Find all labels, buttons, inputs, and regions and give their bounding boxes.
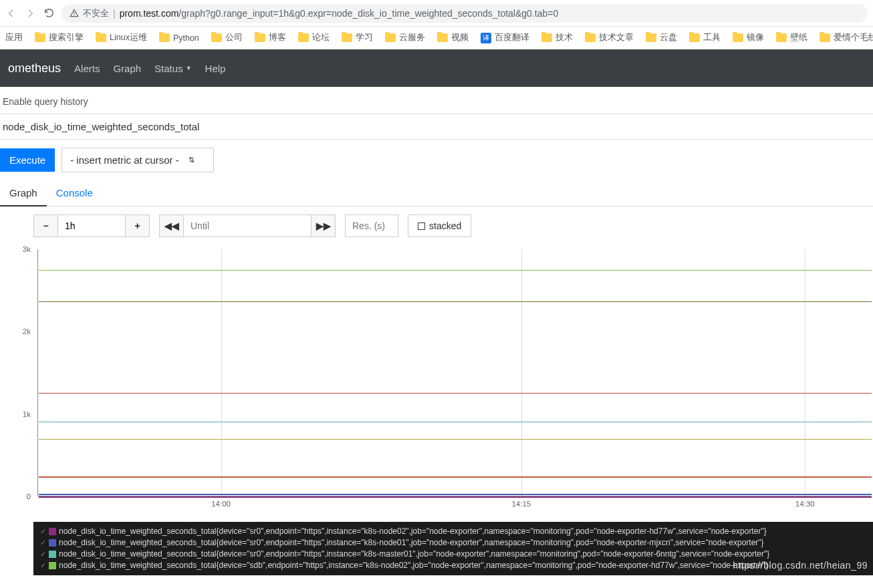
- y-tick-label: 3k: [23, 245, 31, 253]
- color-swatch: [49, 562, 56, 569]
- x-tick-label: 14:15: [511, 500, 531, 508]
- forward-button[interactable]: [24, 7, 36, 19]
- bookmarks-bar: 应用 搜索引擎Linux运维Python公司博客论坛学习云服务视频 译百度翻译 …: [0, 27, 873, 49]
- nav-status[interactable]: Status▼: [154, 63, 191, 74]
- bookmark-folder[interactable]: 壁纸: [776, 32, 807, 43]
- address-bar[interactable]: 不安全 | prom.test.com/graph?g0.range_input…: [61, 4, 868, 23]
- back-button[interactable]: [5, 7, 17, 19]
- watermark-text: https://blog.csdn.net/heian_99: [733, 560, 868, 571]
- time-back-button[interactable]: ◀◀: [160, 215, 184, 237]
- legend-label: node_disk_io_time_weighted_seconds_total…: [59, 537, 764, 549]
- series-line: [39, 494, 872, 495]
- check-icon: ✓: [40, 560, 46, 571]
- graph-panel: 3k2k1k0 14:0014:1514:30: [4, 249, 873, 517]
- series-line: [39, 439, 872, 440]
- legend-label: node_disk_io_time_weighted_seconds_total…: [59, 526, 767, 537]
- folder-icon: [96, 33, 106, 42]
- y-tick-label: 0: [27, 492, 31, 500]
- range-decrease-button[interactable]: −: [34, 215, 58, 237]
- x-tick-label: 14:00: [211, 500, 231, 508]
- series-line: [39, 422, 872, 423]
- query-expression-input[interactable]: [0, 114, 873, 139]
- check-icon: ✓: [40, 537, 46, 549]
- folder-icon: [820, 33, 830, 42]
- nav-help[interactable]: Help: [205, 63, 226, 74]
- tab-console[interactable]: Console: [47, 180, 102, 206]
- check-icon: ✓: [40, 526, 46, 537]
- reload-button[interactable]: [43, 7, 55, 19]
- y-axis: 3k2k1k0: [4, 249, 35, 496]
- resolution-input[interactable]: [345, 214, 398, 237]
- insecure-label: 不安全: [83, 7, 109, 19]
- nav-graph[interactable]: Graph: [113, 63, 141, 74]
- stacked-toggle[interactable]: stacked: [408, 214, 471, 237]
- bookmark-folder[interactable]: 博客: [255, 32, 286, 43]
- series-line: [39, 476, 872, 478]
- bookmark-folder[interactable]: 工具: [689, 32, 721, 43]
- folder-icon: [541, 33, 552, 42]
- check-icon: ✓: [40, 549, 46, 560]
- series-line: [39, 496, 872, 498]
- folder-icon: [211, 33, 222, 42]
- color-swatch: [49, 539, 56, 547]
- graph-controls: − + ◀◀ ▶▶ stacked: [33, 206, 873, 245]
- svg-point-1: [74, 15, 74, 15]
- color-swatch: [49, 528, 56, 535]
- folder-icon: [733, 33, 743, 42]
- range-increase-button[interactable]: +: [125, 215, 149, 237]
- checkbox-icon: [418, 223, 425, 230]
- series-line: [39, 270, 872, 271]
- range-group: − +: [33, 214, 150, 237]
- legend-item[interactable]: ✓node_disk_io_time_weighted_seconds_tota…: [40, 549, 866, 560]
- folder-icon: [35, 33, 45, 42]
- bookmark-folder[interactable]: 云服务: [385, 32, 425, 43]
- time-group: ◀◀ ▶▶: [159, 214, 336, 237]
- tab-graph[interactable]: Graph: [0, 180, 47, 206]
- translate-icon: 译: [481, 33, 491, 43]
- bookmark-folder[interactable]: 公司: [211, 32, 243, 43]
- folder-icon: [342, 33, 352, 42]
- bookmark-folder[interactable]: 技术: [541, 32, 573, 43]
- time-forward-button[interactable]: ▶▶: [311, 215, 335, 237]
- browser-toolbar: 不安全 | prom.test.com/graph?g0.range_input…: [0, 0, 873, 27]
- folder-icon: [159, 33, 170, 42]
- result-tabs: Graph Console: [0, 180, 873, 206]
- apps-button[interactable]: 应用: [5, 32, 23, 43]
- y-tick-label: 1k: [23, 410, 31, 418]
- bookmark-folder[interactable]: 技术文章: [585, 32, 634, 43]
- folder-icon: [298, 33, 309, 42]
- bookmark-folder[interactable]: Python: [159, 33, 199, 43]
- enable-query-history[interactable]: Enable query history: [0, 87, 873, 114]
- until-input[interactable]: [184, 215, 311, 237]
- metric-select[interactable]: - insert metric at cursor -: [61, 148, 214, 172]
- nav-alerts[interactable]: Alerts: [74, 63, 100, 74]
- color-swatch: [49, 551, 56, 558]
- bookmark-folder[interactable]: 爱情个毛线: [820, 32, 873, 43]
- series-line: [39, 393, 872, 394]
- bookmark-folder[interactable]: 学习: [342, 32, 373, 43]
- folder-icon: [646, 33, 656, 42]
- bookmark-folder[interactable]: Linux运维: [96, 32, 147, 43]
- legend-item[interactable]: ✓node_disk_io_time_weighted_seconds_tota…: [40, 526, 866, 537]
- range-input[interactable]: [58, 215, 125, 237]
- folder-icon: [255, 33, 265, 42]
- bookmark-folder[interactable]: 搜索引擎: [35, 32, 84, 43]
- legend-item[interactable]: ✓node_disk_io_time_weighted_seconds_tota…: [40, 537, 866, 549]
- prometheus-navbar: ometheus Alerts Graph Status▼ Help: [0, 49, 873, 87]
- bookmark-translate[interactable]: 译百度翻译: [481, 32, 529, 43]
- execute-button[interactable]: Execute: [0, 148, 55, 172]
- insecure-icon: [70, 9, 79, 18]
- bookmark-folder[interactable]: 论坛: [298, 32, 330, 43]
- bookmark-folder[interactable]: 视频: [437, 32, 469, 43]
- plot-area[interactable]: [37, 249, 872, 496]
- brand-logo[interactable]: ometheus: [8, 61, 61, 76]
- series-line: [39, 301, 872, 303]
- folder-icon: [385, 33, 396, 42]
- legend-label: node_disk_io_time_weighted_seconds_total…: [59, 549, 769, 560]
- folder-icon: [437, 33, 448, 42]
- x-tick-label: 14:30: [795, 500, 815, 508]
- url-text: prom.test.com/graph?g0.range_input=1h&g0…: [120, 8, 559, 19]
- legend-label: node_disk_io_time_weighted_seconds_total…: [59, 560, 768, 571]
- bookmark-folder[interactable]: 镜像: [733, 32, 764, 43]
- bookmark-folder[interactable]: 云盘: [646, 32, 677, 43]
